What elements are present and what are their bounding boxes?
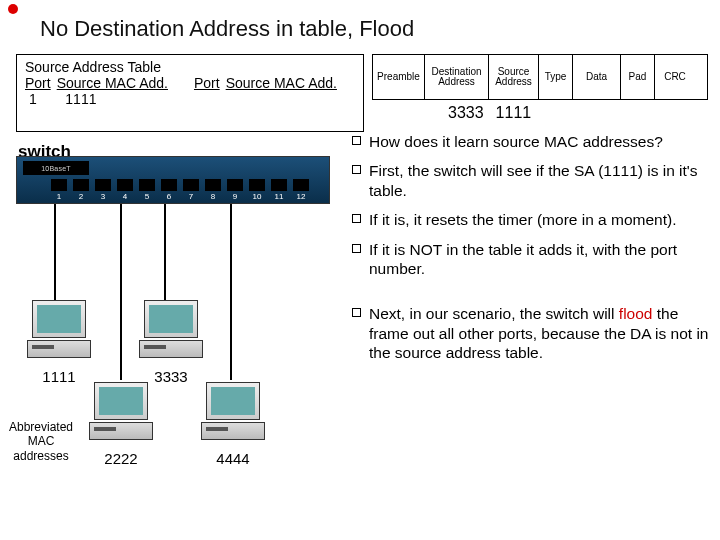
switch-port-9 [227, 179, 243, 191]
table-title: Source Address Table [25, 59, 355, 75]
frame-src-val: 1111 [496, 104, 532, 122]
switch-ports [51, 179, 309, 191]
switch-port-3 [95, 179, 111, 191]
col-port-1: Port [25, 75, 51, 91]
bullet-item: Next, in our scenario, the switch will f… [352, 304, 714, 362]
bullet-square-icon [352, 136, 361, 145]
bullet-item: First, the switch will see if the SA (11… [352, 161, 714, 200]
bullet-square-icon [352, 214, 361, 223]
host-4444-label: 4444 [196, 450, 270, 467]
bullet-text: How does it learn source MAC addresses? [369, 132, 663, 151]
frame-field-pad: Pad [621, 55, 655, 99]
bullet-text: If it is, it resets the timer (more in a… [369, 210, 677, 229]
switch-port-2 [73, 179, 89, 191]
table-columns: Port Source MAC Add. Port Source MAC Add… [25, 75, 355, 91]
bullet-square-icon [352, 308, 361, 317]
switch-port-1 [51, 179, 67, 191]
host-4444: 4444 [196, 382, 270, 467]
bullet-list: How does it learn source MAC addresses?F… [352, 132, 714, 372]
frame-field-dest: Destination Address [425, 55, 489, 99]
switch-strip-label: 10BaseT [23, 161, 89, 175]
bullet-item: If it is NOT in the table it adds it, wi… [352, 240, 714, 279]
host-2222: 2222 [84, 382, 158, 467]
host-3333: 3333 [134, 300, 208, 385]
switch-port-10 [249, 179, 265, 191]
switch-chassis: 10BaseT [16, 156, 330, 204]
table-row: 1 1111 [29, 91, 355, 107]
col-port-2: Port [194, 75, 220, 91]
col-mac-1: Source MAC Add. [57, 75, 168, 91]
switch-device: 10BaseT [16, 156, 330, 204]
cable-3 [120, 204, 122, 380]
switch-port-6 [161, 179, 177, 191]
host-1111: 1111 [22, 300, 96, 385]
frame-dest-val: 3333 [448, 104, 484, 122]
cable-1 [54, 204, 56, 300]
bullet-square-icon [352, 244, 361, 253]
switch-port-7 [183, 179, 199, 191]
bullet-text: If it is NOT in the table it adds it, wi… [369, 240, 714, 279]
bullet-item: If it is, it resets the timer (more in a… [352, 210, 714, 229]
ethernet-frame: Preamble Destination Address Source Addr… [372, 54, 708, 100]
slide-title: No Destination Address in table, Flood [40, 16, 414, 42]
frame-field-crc: CRC [655, 55, 695, 99]
bullet-marker [8, 4, 18, 14]
frame-values: 3333 1111 [448, 104, 531, 122]
flood-keyword: flood [619, 305, 653, 322]
abbr-mac-label: Abbreviated MAC addresses [2, 420, 80, 463]
frame-field-type: Type [539, 55, 573, 99]
cable-5 [164, 204, 166, 300]
switch-port-5 [139, 179, 155, 191]
frame-field-data: Data [573, 55, 621, 99]
switch-port-12 [293, 179, 309, 191]
host-2222-label: 2222 [84, 450, 158, 467]
bullet-text: First, the switch will see if the SA (11… [369, 161, 714, 200]
source-address-table: Source Address Table Port Source MAC Add… [16, 54, 364, 132]
frame-field-preamble: Preamble [373, 55, 425, 99]
bullet-text: Next, in our scenario, the switch will f… [369, 304, 714, 362]
col-mac-2: Source MAC Add. [226, 75, 337, 91]
bullet-square-icon [352, 165, 361, 174]
switch-port-4 [117, 179, 133, 191]
switch-port-8 [205, 179, 221, 191]
cable-8 [230, 204, 232, 380]
bullet-item: How does it learn source MAC addresses? [352, 132, 714, 151]
frame-field-src: Source Address [489, 55, 539, 99]
switch-port-11 [271, 179, 287, 191]
